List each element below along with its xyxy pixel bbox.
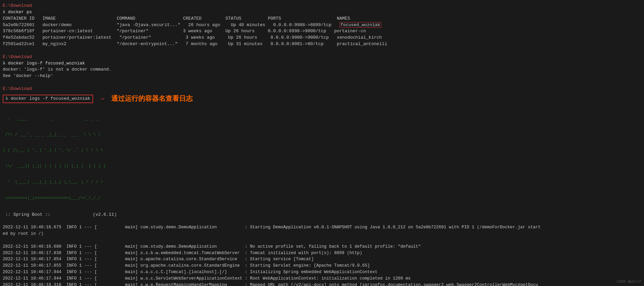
watermark: CSDN @worlf [616,279,641,285]
table-row-1: 5a2e0b722601 docker/demo "java -Djava.se… [3,22,641,28]
spring-logo-line-1: . ____ _ __ _ _ [3,116,641,122]
table-headers: CONTAINER ID IMAGE COMMAND CREATED STATU… [3,16,350,21]
spring-logo-line-2: /\\ / ___'_ __ _ _(_)_ __ __ _ \ \ \ \ [3,132,641,138]
annotation-row: λ docker logs -f focused_wozniak → 通过运行的… [3,94,641,104]
spring-logo-line-4: \\/ ___)| |_)| | | | | || (_| | ) ) ) ) [3,164,641,169]
spring-boot-version-line: :: Spring Boot :: (v2.6.11) [3,212,641,218]
prompt-download-2: E:\Download [3,54,641,60]
prompt-download-3: E:\Download [3,86,641,92]
log-3: 2022-12-11 10:46:17.838 INFO 1 --- [ mai… [3,251,362,255]
error-msg-2: See 'docker --help' [3,73,641,79]
table-row-3: f4e52abdac52 portainer/portainer:latest … [3,35,641,41]
spring-logo-line-5: ' |____| .__|_| |_|_| |_\__, | / / / / [3,180,641,185]
row-2-data: 378c56b6f18f portainer-cn:latest "/porta… [3,28,366,34]
log-1: 2022-12-11 10:46:16.675 INFO 1 --- [ mai… [3,225,541,230]
blank-log-1 [3,237,641,244]
log-7: 2022-12-11 10:46:17.944 INFO 1 --- [ mai… [3,276,411,281]
correct-command-box: λ docker logs -f focused_wozniak [3,95,93,103]
path-2: E:\Download [3,54,641,60]
log-entry-8: 2022-12-11 10:46:18.318 INFO 1 --- [ mai… [3,282,641,286]
table-row-4: f2501ad22ce1 my_nginx2 "/docker-entrypoi… [3,41,641,47]
wrong-command-line: λ docker logs-f focused_wozniak [3,60,641,67]
table-header-row: CONTAINER ID IMAGE COMMAND CREATED STATU… [3,16,641,22]
blank-2 [3,79,641,86]
error-line-2: See 'docker --help' [3,73,641,79]
log-1b: ed by root in /) [3,231,43,236]
table-row-2: 378c56b6f18f portainer-cn:latest "/porta… [3,28,641,35]
row-4-data: f2501ad22ce1 my_nginx2 "/docker-entrypoi… [3,41,387,46]
log-entry-7: 2022-12-11 10:46:17.944 INFO 1 --- [ mai… [3,275,641,282]
row-3-data: f4e52abdac52 portainer/portainer:latest … [3,35,382,40]
spring-logo-line-3: ( ( )\___ | '_ | '_| | '_ \/ _` | \ \ \ … [3,148,641,153]
blank-3 [3,218,641,224]
path-3: E:\Download [3,86,641,92]
log-5: 2022-12-11 10:46:17.855 INFO 1 --- [ mai… [3,263,370,268]
log-entry-2: 2022-12-11 10:46:16.680 INFO 1 --- [ mai… [3,244,641,250]
log-entry-1b: ed by root in /) [3,231,641,237]
log-8: 2022-12-11 10:46:18.318 INFO 1 --- [ mai… [3,283,538,286]
docker-ps-command: λ docker ps [3,9,641,16]
blank-1 [3,47,641,54]
annotation-text: 通过运行的容器名查看日志 [111,94,193,104]
log-entry-4: 2022-12-11 10:46:17.854 INFO 1 --- [ mai… [3,256,641,263]
log-4: 2022-12-11 10:46:17.854 INFO 1 --- [ mai… [3,257,314,262]
spring-logo: . ____ _ __ _ _ /\\ / ___'_ __ _ _(_)_ _… [3,106,641,212]
container-name-highlighted: focused_wozniak [340,22,381,28]
row-1-data: 5a2e0b722601 docker/demo "java -Djava.se… [3,22,340,27]
path-1: E:\Download [3,3,641,9]
log-entry-1: 2022-12-11 10:46:16.675 INFO 1 --- [ mai… [3,224,641,231]
wrong-command: λ docker logs-f focused_wozniak [3,60,641,67]
log-2: 2022-12-11 10:46:16.680 INFO 1 --- [ mai… [3,244,421,249]
log-entry-6: 2022-12-11 10:46:17.944 INFO 1 --- [ mai… [3,269,641,275]
log-entry-3: 2022-12-11 10:46:17.838 INFO 1 --- [ mai… [3,250,641,256]
annotation-arrow-icon: → [100,94,104,104]
spring-logo-line-6: =========|_|==============|___/=/_/_/_/ [3,196,641,201]
error-line-1: docker: 'logs-f' is not a docker command… [3,66,641,73]
prompt-download-1: E:\Download λ docker ps [3,3,641,16]
error-msg-1: docker: 'logs-f' is not a docker command… [3,66,641,73]
log-6: 2022-12-11 10:46:17.944 INFO 1 --- [ mai… [3,270,378,274]
terminal-window: E:\Download λ docker ps CONTAINER ID IMA… [0,1,644,286]
log-entry-5: 2022-12-11 10:46:17.855 INFO 1 --- [ mai… [3,263,641,269]
spring-boot-label: :: Spring Boot :: (v2.6.11) [3,212,117,217]
